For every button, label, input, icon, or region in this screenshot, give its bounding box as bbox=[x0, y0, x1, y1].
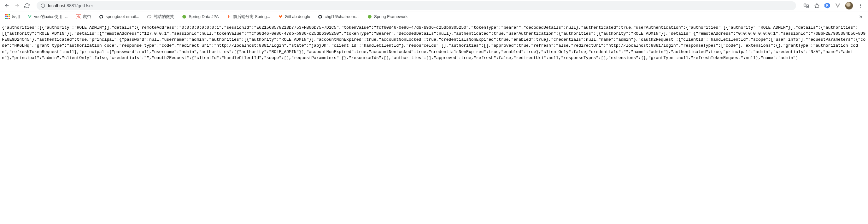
bookmark-springboot-email[interactable]: springboot email... bbox=[96, 13, 142, 21]
fire-icon bbox=[226, 14, 231, 19]
bookmark-crawler[interactable]: 虫 爬虫 bbox=[73, 12, 94, 21]
bookmark-label: vue的axios使用 -... bbox=[34, 14, 68, 20]
svg-point-11 bbox=[368, 15, 372, 19]
star-icon[interactable] bbox=[814, 2, 820, 9]
github-icon bbox=[99, 14, 104, 19]
svg-marker-5 bbox=[815, 3, 819, 7]
back-button[interactable] bbox=[4, 2, 10, 9]
extension-v-icon[interactable] bbox=[835, 2, 841, 9]
svg-point-10 bbox=[182, 15, 186, 19]
url-text: localhost:8881/getUser bbox=[48, 3, 792, 8]
browser-toolbar: localhost:8881/getUser R bbox=[0, 0, 868, 11]
spring-icon bbox=[367, 14, 372, 19]
github-icon bbox=[318, 14, 323, 19]
apps-grid-icon bbox=[5, 14, 10, 19]
bookmarks-bar: 应用 vue的axios使用 -... 虫 爬虫 springboot emai… bbox=[0, 11, 868, 22]
bookmark-pure-smile[interactable]: 纯洁的微笑 bbox=[144, 12, 177, 21]
svg-point-9 bbox=[147, 15, 151, 18]
forward-button[interactable] bbox=[14, 2, 20, 9]
bookmark-label: Spring Data JPA bbox=[189, 14, 219, 19]
svg-rect-4 bbox=[806, 5, 809, 7]
site-info-icon[interactable] bbox=[40, 3, 45, 8]
bookmark-label: 纯洁的微笑 bbox=[154, 14, 174, 20]
bookmark-label: chgl16/chatroom:... bbox=[324, 14, 360, 19]
svg-point-6 bbox=[860, 4, 861, 5]
profile-avatar[interactable] bbox=[845, 2, 853, 9]
nav-buttons bbox=[2, 2, 32, 9]
toolbar-right: R bbox=[801, 2, 866, 9]
svg-point-7 bbox=[860, 5, 861, 6]
bookmark-label: 爬虫 bbox=[83, 14, 91, 20]
bookmark-vue-axios[interactable]: vue的axios使用 -... bbox=[24, 12, 71, 21]
apps-button[interactable]: 应用 bbox=[2, 12, 23, 21]
smile-icon bbox=[147, 14, 152, 19]
bookmarks-overflow-button[interactable]: » bbox=[856, 12, 866, 21]
url-port-path: :8881/getUser bbox=[65, 3, 93, 8]
bookmark-frontend-backend-spring[interactable]: 前后端分离 Spring... bbox=[223, 12, 273, 21]
extension-hexagon-icon[interactable]: R bbox=[825, 3, 830, 8]
bookmark-spring-framework[interactable]: Spring Framework bbox=[364, 13, 411, 21]
bookmark-chatroom[interactable]: chgl16/chatroom:... bbox=[314, 13, 363, 21]
gitlab-icon bbox=[278, 14, 283, 19]
url-host: localhost bbox=[48, 3, 65, 8]
bookmark-label: 前后端分离 Spring... bbox=[233, 14, 270, 20]
menu-icon[interactable] bbox=[857, 2, 864, 9]
spring-icon bbox=[182, 14, 187, 19]
translate-icon[interactable] bbox=[803, 2, 809, 9]
vue-icon bbox=[27, 14, 32, 19]
response-body: {"authorities":[{"authority":"ROLE_ADMIN… bbox=[0, 22, 868, 63]
bookmark-label: Spring Framework bbox=[374, 14, 407, 19]
url-bar[interactable]: localhost:8881/getUser bbox=[37, 1, 796, 10]
apps-label: 应用 bbox=[12, 14, 20, 20]
bookmark-label: GitLab denglu bbox=[285, 14, 310, 19]
crawler-icon: 虫 bbox=[76, 14, 81, 19]
reload-button[interactable] bbox=[24, 2, 30, 9]
svg-point-8 bbox=[860, 7, 861, 7]
bookmark-gitlab-denglu[interactable]: GitLab denglu bbox=[275, 13, 313, 21]
bookmark-label: springboot email... bbox=[106, 14, 139, 19]
bookmark-spring-data-jpa[interactable]: Spring Data JPA bbox=[179, 13, 222, 21]
